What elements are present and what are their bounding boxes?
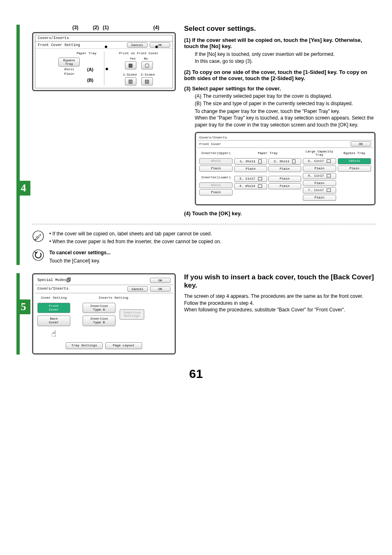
back-arrow-icon [32, 249, 44, 261]
instr-3-a-lbl: (A) [195, 93, 201, 99]
tray-3-type[interactable]: Plain [268, 176, 301, 182]
instr-3-b: (B) The size and type of paper in the cu… [195, 101, 376, 106]
step-bar [16, 25, 20, 265]
note-2: • When the cover paper is fed from the i… [49, 238, 221, 246]
instr-3-a-text: The currently selected paper tray for th… [203, 93, 332, 99]
instr-3-b-lbl: (B) [195, 101, 201, 106]
bypass-tray-button[interactable]: Bypass Tray [58, 58, 80, 67]
step-4: 4 (3) (2) (1) (4) Covers/Inserts Front C… [32, 25, 376, 265]
bypass-type[interactable]: Plain [338, 166, 371, 172]
sm-ok-button[interactable]: OK [150, 278, 171, 283]
svg-point-3 [33, 250, 44, 260]
instr-3-p1: To change the paper tray for the cover, … [195, 108, 376, 115]
marker-1: (1) [103, 25, 109, 30]
step4-right: Select cover settings. (1) If the cover … [184, 25, 376, 218]
step-number: 5 [21, 301, 26, 313]
cover-setting-column: Cover Setting Front Cover Back Cover ☝ [37, 296, 70, 339]
tray-7[interactable]: 7. 11x17 [303, 187, 336, 193]
print-on-cover-label: Print on Front Cover [108, 51, 171, 55]
instr-1-p2: In this case, go to step (3). [195, 58, 376, 65]
front-cover-button[interactable]: Front Cover [37, 303, 70, 313]
instr-2-heading: (2) To copy on one side of the cover, to… [184, 69, 376, 81]
marker-4: (4) [153, 25, 159, 30]
tray-1[interactable]: 1. 8½x11 [234, 158, 267, 165]
cancel-button[interactable]: Cancel [127, 42, 148, 48]
inserter-lower-size[interactable]: 8½x11 [199, 182, 233, 189]
cover-setting-label: Cover Setting [41, 296, 67, 299]
paper-size: 8½x11 [64, 67, 74, 71]
front-cover-setting-panel: Covers/Inserts Front Cover Setting Cance… [32, 32, 176, 91]
callout-dot-inner [106, 68, 108, 70]
marker-2: (2) [93, 25, 99, 30]
step5-right: If you wish to insert a back cover, touc… [184, 273, 376, 355]
insertion-settings-button[interactable]: Insertion Settings [120, 309, 144, 320]
callout-dot-4 [155, 46, 158, 48]
pencil-icon [32, 230, 44, 242]
special-modes-panel: Special Modes 🗐 OK Covers/Inserts Cancel… [32, 273, 176, 355]
yes-button[interactable]: ▦ [125, 61, 136, 69]
ci-ok-button[interactable]: OK [150, 286, 171, 292]
tray-6[interactable]: 6. 11x17 [303, 173, 336, 179]
tray-7-type[interactable]: Plain [303, 195, 336, 201]
tray-4-type[interactable]: Plain [268, 183, 301, 189]
tray-4[interactable]: 4. 8½x14 [234, 183, 267, 189]
two-sided-button[interactable]: ▤ [141, 77, 153, 85]
marker-a: (A) [87, 67, 93, 72]
marker-b: (B) [87, 78, 93, 83]
step-number-box: 4 [16, 181, 30, 196]
inserter-upper-label: Inserter(Upper) [199, 150, 233, 157]
step4-left: (3) (2) (1) (4) Covers/Inserts Front Cov… [32, 25, 176, 218]
tray-settings-button[interactable]: Tray Settings [66, 342, 103, 349]
panel-title: Covers/Inserts [35, 35, 173, 41]
inserts-setting-label: Inserts Setting [99, 296, 128, 299]
inserts-setting-column: Inserts Setting Insertion Type A Inserti… [83, 296, 144, 339]
cancel-heading: To cancel cover settings... [49, 249, 111, 257]
inserter-lower-label: Inserter(Lower) [199, 174, 233, 181]
panel-subtitle: Front Cover Setting [38, 43, 80, 47]
inserter-upper-size[interactable]: 8½x11 [199, 158, 233, 164]
ci-cancel-button[interactable]: Cancel [127, 286, 148, 292]
copy-icon: 🗐 [66, 277, 71, 283]
step-number: 4 [21, 182, 26, 194]
step-number-box: 5 [16, 299, 30, 314]
tray-ok-button[interactable]: OK [350, 141, 371, 147]
tray-panel-title: Covers/Inserts [198, 135, 373, 140]
covers-inserts-label: Covers/Inserts [37, 287, 69, 291]
tray-1-type[interactable]: Plain [234, 166, 267, 172]
bypass-tray-column: Bypass Tray ▯8½x11 Plain [338, 150, 371, 201]
ok-button[interactable]: OK [150, 42, 170, 48]
dashed-divider [32, 224, 376, 224]
tray-3[interactable]: 3. 11x17 [234, 176, 267, 182]
no-button[interactable]: ▢ [141, 61, 153, 69]
insertion-type-b-button[interactable]: Insertion Type B [83, 315, 115, 326]
bypass-tray-header: Bypass Tray [338, 150, 371, 157]
paper-tray-label: Paper Tray [38, 51, 101, 55]
tray-2[interactable]: 2. 8½x11 [268, 158, 301, 165]
instr-3-heading: (3) Select paper settings for the cover. [184, 85, 376, 92]
instr-1-heading: (1) If the cover sheet will be copied on… [184, 37, 376, 49]
back-cover-button[interactable]: Back Cover [37, 315, 70, 326]
inserter-upper-type[interactable]: Plain [199, 166, 233, 172]
insertion-type-a-button[interactable]: Insertion Type A [83, 303, 115, 313]
tray-5[interactable]: 5. 11x17 [303, 158, 336, 164]
one-sided-label: 1-Sided [123, 73, 137, 76]
bypass-size[interactable]: ▯8½x11 [338, 158, 371, 164]
instr-4-heading: (4) Touch the [OK] key. [184, 210, 376, 216]
two-sided-label: 2-Sided [141, 73, 155, 76]
page-layout-button[interactable]: Page Layout [105, 342, 142, 349]
tray-panel-subtitle: Front Cover [199, 142, 350, 146]
inserter-lower-type[interactable]: Plain [199, 189, 233, 196]
tray-5-type[interactable]: Plain [303, 166, 336, 172]
tray-2-type[interactable]: Plain [268, 166, 301, 172]
step4-heading: Select cover settings. [184, 25, 376, 33]
large-capacity-column: Large Capacity Tray 5. 11x17 Plain 6. 11… [303, 150, 336, 201]
step-5: 5 Special Modes 🗐 OK Covers/Inserts [32, 273, 376, 355]
marker-3: (3) [72, 25, 78, 30]
note-1: • If the cover will be copied on, label … [49, 230, 221, 238]
tray-6-type[interactable]: Plain [303, 180, 336, 187]
no-label: No [144, 57, 148, 60]
callout-dot-1 [105, 46, 107, 48]
one-sided-button[interactable]: ▥ [125, 77, 136, 85]
step5-heading: If you wish to insert a back cover, touc… [184, 273, 376, 290]
instr-1-p1: If the [No] key is touched, only cover i… [195, 51, 376, 58]
